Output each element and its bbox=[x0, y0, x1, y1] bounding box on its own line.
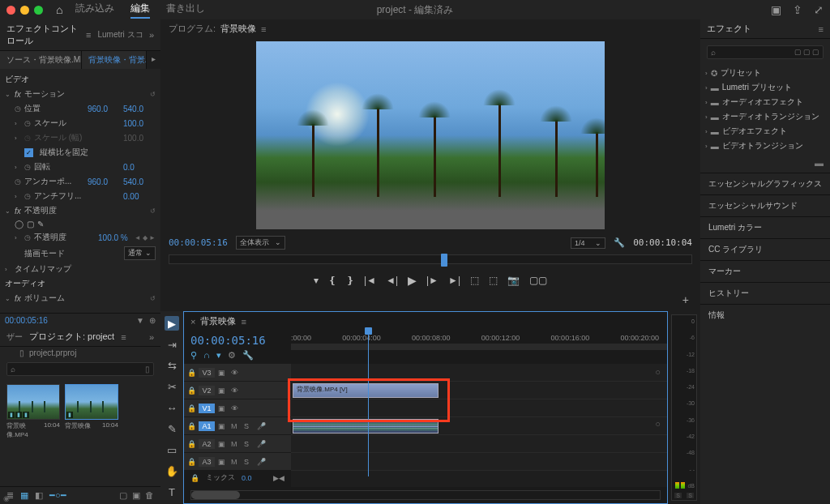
audio-meters[interactable]: 0 -6 -12 -18 -24 -30 -36 -42 -48 - - dB … bbox=[671, 314, 697, 501]
blend-mode-dropdown[interactable]: 通常 ⌄ bbox=[124, 246, 156, 260]
project-clip-2[interactable]: ▮ 背景映像10:04 bbox=[65, 384, 118, 481]
home-icon[interactable]: ⌂ bbox=[56, 3, 62, 16]
step-forward-icon[interactable]: |► bbox=[426, 275, 439, 286]
step-back-icon[interactable]: ◄| bbox=[386, 275, 398, 286]
track-options-icon[interactable]: ○ bbox=[655, 367, 661, 377]
close-window[interactable] bbox=[6, 6, 15, 15]
close-sequence-icon[interactable]: × bbox=[190, 317, 195, 327]
snap-icon[interactable]: ⚲ bbox=[190, 350, 197, 361]
rect-mask-icon[interactable]: ▢ bbox=[27, 220, 34, 229]
tab-import[interactable]: 読み込み bbox=[75, 2, 114, 19]
type-tool[interactable]: T bbox=[165, 485, 179, 499]
eye-icon[interactable]: 👁 bbox=[231, 369, 241, 377]
motion-effect[interactable]: モーション bbox=[24, 88, 147, 100]
ellipse-mask-icon[interactable]: ◯ bbox=[15, 220, 24, 229]
comparison-icon[interactable]: ▢▢ bbox=[529, 275, 547, 286]
extract-icon[interactable]: ⬚ bbox=[489, 275, 498, 286]
solo-l[interactable]: S bbox=[674, 493, 682, 498]
go-to-in-icon[interactable]: |◄ bbox=[364, 275, 376, 286]
trash-icon[interactable]: 🗑 bbox=[145, 490, 154, 501]
ec-clip-tab[interactable]: 背景映像・背景... bbox=[82, 51, 147, 69]
ripple-edit-tool[interactable]: ⇆ bbox=[165, 358, 179, 373]
project-tab[interactable]: プロジェクト: project bbox=[29, 331, 114, 343]
time-remap[interactable]: タイムリマップ bbox=[15, 263, 156, 275]
timeline-zoom-scrollbar[interactable] bbox=[190, 490, 661, 500]
new-bin-icon[interactable]: ▢ bbox=[119, 490, 127, 501]
ec-timecode[interactable]: 00:00:05:16 bbox=[5, 316, 48, 325]
timeline-content[interactable]: 背景映像.MP4 [V] ○ ○ bbox=[291, 364, 667, 487]
go-to-out-icon[interactable]: ►| bbox=[448, 275, 460, 286]
essential-sound-panel[interactable]: エッセンシャルサウンド bbox=[700, 194, 830, 216]
mic-icon[interactable]: 🎤 bbox=[257, 422, 267, 430]
play-icon[interactable]: ▶ bbox=[408, 274, 417, 287]
audio-clip[interactable] bbox=[293, 419, 439, 434]
timeline-playhead[interactable] bbox=[368, 331, 369, 476]
hand-tool[interactable]: ✋ bbox=[165, 463, 179, 478]
tab-edit[interactable]: 編集 bbox=[130, 2, 150, 19]
resolution-dropdown[interactable]: 1/4 ⌄ bbox=[571, 237, 605, 249]
slip-tool[interactable]: ↔ bbox=[165, 400, 179, 415]
ec-play-icon[interactable]: ▸ bbox=[147, 51, 160, 69]
mark-out-icon[interactable]: ❵ bbox=[346, 275, 354, 286]
filter-icon[interactable]: ▼ bbox=[136, 316, 144, 325]
new-item-icon[interactable]: ▣ bbox=[132, 490, 140, 501]
lock-icon[interactable]: 🔒 bbox=[187, 369, 195, 377]
fullscreen-icon[interactable]: ⤢ bbox=[814, 3, 824, 16]
linked-selection-icon[interactable]: ∩ bbox=[203, 350, 210, 361]
fx-audio-effects[interactable]: ›▬オーディオエフェクト bbox=[705, 95, 825, 109]
track-select-tool[interactable]: ⇥ bbox=[165, 337, 179, 352]
essential-graphics-panel[interactable]: エッセンシャルグラフィックス bbox=[700, 173, 830, 194]
pen-mask-icon[interactable]: ✎ bbox=[37, 220, 44, 229]
fx-video-transitions[interactable]: ›▬ビデオトランジション bbox=[705, 139, 825, 153]
icon-view-icon[interactable]: ▦ bbox=[20, 490, 28, 501]
timeline-tc[interactable]: 00:00:05:16 bbox=[190, 334, 285, 347]
track-options-icon[interactable]: ○ bbox=[655, 419, 661, 429]
freeform-view-icon[interactable]: ◧ bbox=[35, 490, 43, 501]
lumetri-scopes-tab[interactable]: Lumetri スコー... bbox=[97, 29, 142, 41]
razor-tool[interactable]: ✂ bbox=[165, 379, 179, 394]
fx-audio-transitions[interactable]: ›▬オーディオトランジション bbox=[705, 109, 825, 124]
wrench-tl-icon[interactable]: 🔧 bbox=[242, 350, 254, 361]
volume-effect[interactable]: ボリューム bbox=[24, 293, 147, 304]
program-tc-current[interactable]: 00:00:05:16 bbox=[169, 237, 228, 248]
sequence-name[interactable]: 背景映像 bbox=[200, 315, 236, 327]
tab-export[interactable]: 書き出し bbox=[166, 2, 205, 19]
fx-video-effects[interactable]: ›▬ビデオエフェクト bbox=[705, 124, 825, 139]
effects-panel-title[interactable]: エフェクト bbox=[707, 23, 751, 35]
effects-search[interactable]: ⌕▢▢▢ bbox=[707, 45, 824, 59]
playhead-icon[interactable] bbox=[441, 254, 447, 267]
project-clip-1[interactable]: ▮▮▮ 背景映像.MP410:04 bbox=[6, 384, 60, 481]
video-clip[interactable]: 背景映像.MP4 [V] bbox=[293, 383, 439, 398]
quick-export-icon[interactable]: ▣ bbox=[771, 3, 781, 16]
minimize-window[interactable] bbox=[20, 6, 29, 15]
effect-controls-title[interactable]: エフェクトコントロール bbox=[6, 23, 79, 47]
maximize-window[interactable] bbox=[34, 6, 43, 15]
timeline-ruler[interactable]: :00:00 00:00:04:00 00:00:08:00 00:00:12:… bbox=[291, 331, 667, 364]
panel-menu-icon[interactable]: » bbox=[149, 30, 154, 40]
reset-icon[interactable]: ↺ bbox=[150, 91, 156, 98]
cc-libraries-panel[interactable]: CC ライブラリ bbox=[700, 238, 830, 260]
project-search[interactable]: ⌕▯ bbox=[6, 362, 154, 376]
selection-tool[interactable]: ▶ bbox=[165, 316, 179, 331]
share-icon[interactable]: ⇪ bbox=[793, 3, 802, 16]
new-folder-icon[interactable]: ▬ bbox=[815, 158, 824, 168]
stopwatch-icon[interactable]: ◷ bbox=[15, 105, 21, 113]
solo-r[interactable]: S bbox=[687, 493, 694, 498]
lumetri-color-panel[interactable]: Lumetri カラー bbox=[700, 216, 830, 238]
rectangle-tool[interactable]: ▭ bbox=[165, 442, 179, 457]
wrench-icon[interactable]: 🔧 bbox=[614, 237, 625, 248]
export-frame-icon[interactable]: 📷 bbox=[507, 275, 520, 286]
ec-source-tab[interactable]: ソース・背景映像.MP4 bbox=[0, 51, 82, 69]
info-panel[interactable]: 情報 bbox=[700, 304, 830, 326]
uniform-scale-checkbox[interactable]: ✓ bbox=[24, 148, 33, 157]
toggle-track-output[interactable]: ▣ bbox=[218, 369, 228, 377]
fx-lumetri-presets[interactable]: ›▬Lumetri プリセット bbox=[705, 80, 825, 95]
video-preview[interactable] bbox=[256, 41, 605, 229]
history-panel[interactable]: ヒストリー bbox=[700, 282, 830, 304]
markers-panel[interactable]: マーカー bbox=[700, 260, 830, 282]
mark-in-icon[interactable]: ❴ bbox=[328, 275, 336, 286]
lift-icon[interactable]: ⬚ bbox=[470, 275, 479, 286]
fx-presets[interactable]: ›✪プリセット bbox=[705, 66, 825, 80]
zoom-dropdown[interactable]: 全体表示 ⌄ bbox=[236, 236, 286, 250]
zoom-icon[interactable]: ⊕ bbox=[149, 316, 156, 325]
